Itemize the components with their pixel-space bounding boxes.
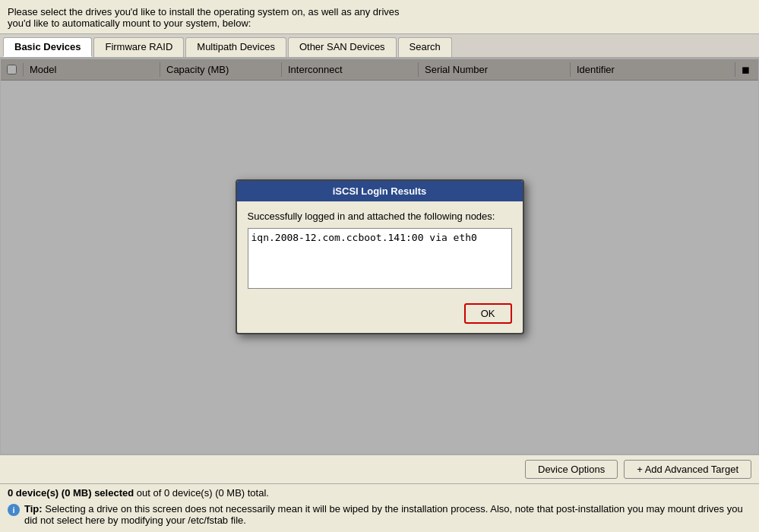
dialog-nodes-textbox bbox=[248, 228, 512, 289]
instruction-line1: Please select the drives you'd like to i… bbox=[8, 6, 400, 17]
device-options-button[interactable]: Device Options bbox=[525, 460, 618, 479]
tab-search[interactable]: Search bbox=[398, 37, 452, 57]
tab-multipath-devices[interactable]: Multipath Devices bbox=[185, 37, 286, 57]
tip-icon: i bbox=[8, 504, 20, 516]
tip-area: i Tip: Selecting a drive on this screen … bbox=[0, 500, 759, 532]
dialog-footer: OK bbox=[237, 299, 523, 333]
instruction-line2: you'd like to automatically mount to you… bbox=[8, 17, 251, 29]
content-area: Model Capacity (MB) Interconnect Serial … bbox=[0, 59, 759, 483]
dialog-body: Successfully logged in and attached the … bbox=[237, 201, 523, 299]
tip-content: Selecting a drive on this screen does no… bbox=[24, 503, 743, 526]
instruction-area: Please select the drives you'd like to i… bbox=[0, 0, 759, 34]
tab-firmware-raid[interactable]: Firmware RAID bbox=[93, 37, 184, 57]
iscsi-login-dialog: iSCSI Login Results Successfully logged … bbox=[236, 179, 524, 334]
bottom-buttons-bar: Device Options + Add Advanced Target bbox=[0, 454, 759, 483]
add-advanced-target-button[interactable]: + Add Advanced Target bbox=[624, 460, 751, 479]
dialog-title: iSCSI Login Results bbox=[237, 181, 523, 201]
dialog-overlay: iSCSI Login Results Successfully logged … bbox=[1, 59, 758, 454]
tab-basic-devices[interactable]: Basic Devices bbox=[3, 37, 92, 57]
dialog-message: Successfully logged in and attached the … bbox=[248, 211, 512, 222]
status-text: 0 device(s) (0 MB) selected out of 0 dev… bbox=[8, 487, 269, 499]
main-window: Please select the drives you'd like to i… bbox=[0, 0, 759, 532]
tip-bold-label: Tip: bbox=[24, 503, 43, 515]
tip-text: Tip: Selecting a drive on this screen do… bbox=[24, 503, 751, 526]
device-table: Model Capacity (MB) Interconnect Serial … bbox=[0, 59, 759, 454]
tab-other-san-devices[interactable]: Other SAN Devices bbox=[288, 37, 397, 57]
status-normal: out of 0 device(s) (0 MB) total. bbox=[134, 487, 269, 499]
dialog-ok-button[interactable]: OK bbox=[464, 303, 512, 324]
status-bar: 0 device(s) (0 MB) selected out of 0 dev… bbox=[0, 483, 759, 500]
tabs-bar: Basic Devices Firmware RAID Multipath De… bbox=[0, 34, 759, 59]
status-bold: 0 device(s) (0 MB) selected bbox=[8, 487, 134, 499]
